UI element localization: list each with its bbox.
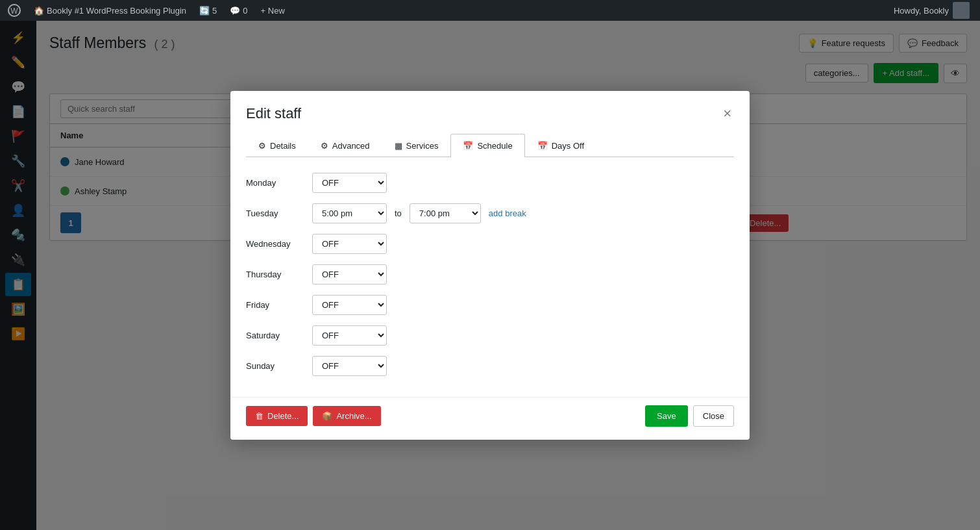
monday-select[interactable]: OFF 12:00 am 1:00 am [312,173,387,193]
site-name[interactable]: 🏠 Bookly #1 WordPress Booking Plugin [29,0,191,21]
modal-body: Monday OFF 12:00 am 1:00 am Tuesday 5:00… [230,157,750,397]
calendar-icon: 📅 [463,141,473,151]
schedule-row-saturday: Saturday OFF 12:00 am [246,325,734,346]
gear-icon: ⚙ [258,141,266,151]
grid-icon: ▦ [395,141,402,151]
admin-bar-right: Howdy, Bookly [888,2,975,19]
wednesday-select[interactable]: OFF 12:00 am [312,234,387,254]
schedule-row-friday: Friday OFF 12:00 am [246,295,734,315]
tab-advanced[interactable]: ⚙ Advanced [308,134,382,157]
howdy-text: Howdy, Bookly [894,2,970,19]
thursday-label: Thursday [246,270,304,279]
tab-details[interactable]: ⚙ Details [246,134,308,157]
sunday-select[interactable]: OFF 12:00 am [312,356,387,376]
schedule-row-thursday: Thursday OFF 12:00 am [246,264,734,284]
delete-staff-button[interactable]: 🗑 Delete... [246,406,308,426]
schedule-row-monday: Monday OFF 12:00 am 1:00 am [246,173,734,193]
wednesday-label: Wednesday [246,239,304,249]
modal-header: Edit staff × [230,91,750,123]
close-modal-button[interactable]: Close [693,405,734,427]
modal-overlay[interactable]: Edit staff × ⚙ Details ⚙ Advanced ▦ Serv… [0,0,980,530]
archive-staff-button[interactable]: 📦 Archive... [313,406,380,426]
thursday-select[interactable]: OFF 12:00 am [312,264,387,284]
modal-footer-left: 🗑 Delete... 📦 Archive... [246,406,381,426]
add-break-tuesday-button[interactable]: add break [489,208,526,218]
avatar [953,2,970,19]
friday-select[interactable]: OFF 12:00 am [312,295,387,315]
edit-staff-modal: Edit staff × ⚙ Details ⚙ Advanced ▦ Serv… [230,91,750,440]
new-button[interactable]: + New [256,0,290,21]
comments-count[interactable]: 💬 0 [225,0,252,21]
admin-bar: W 🏠 Bookly #1 WordPress Booking Plugin 🔄… [0,0,980,21]
archive-icon: 📦 [322,411,332,421]
modal-tabs: ⚙ Details ⚙ Advanced ▦ Services 📅 Schedu… [246,134,734,157]
tab-services[interactable]: ▦ Services [382,134,451,157]
wp-logo[interactable]: W [5,0,23,21]
schedule-row-tuesday: Tuesday 5:00 pm OFF 12:00 am to 7:00 pm … [246,203,734,223]
tuesday-from-select[interactable]: 5:00 pm OFF 12:00 am [312,203,387,223]
saturday-select[interactable]: OFF 12:00 am [312,325,387,346]
tab-schedule[interactable]: 📅 Schedule [450,134,524,157]
tab-days-off[interactable]: 📅 Days Off [525,134,596,157]
modal-footer: 🗑 Delete... 📦 Archive... Save Close [230,397,750,440]
modal-title: Edit staff [246,105,301,122]
tuesday-to-select[interactable]: 7:00 pm 6:00 pm 8:00 pm [410,203,481,223]
calendar-icon: 📅 [537,141,548,151]
trash-icon: 🗑 [255,411,263,421]
svg-text:W: W [10,6,18,16]
monday-label: Monday [246,178,304,188]
to-label: to [395,208,402,218]
modal-footer-right: Save Close [645,405,734,427]
tuesday-label: Tuesday [246,208,304,218]
modal-close-button[interactable]: × [720,104,734,123]
gear-icon: ⚙ [321,141,328,151]
updates-count[interactable]: 🔄 5 [194,0,222,21]
saturday-label: Saturday [246,331,304,340]
sunday-label: Sunday [246,361,304,371]
friday-label: Friday [246,300,304,310]
schedule-row-sunday: Sunday OFF 12:00 am [246,356,734,376]
schedule-row-wednesday: Wednesday OFF 12:00 am [246,234,734,254]
save-button[interactable]: Save [645,405,688,427]
